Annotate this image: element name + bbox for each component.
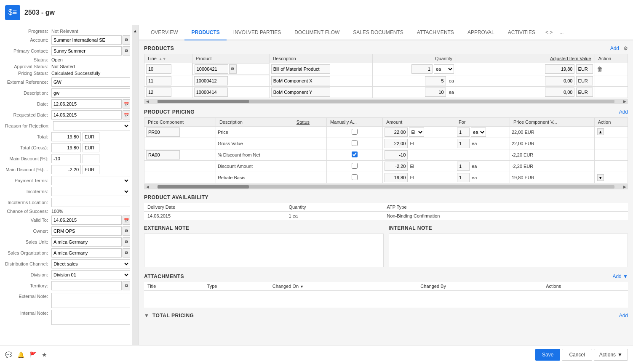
- date-calendar-button[interactable]: 📅: [123, 99, 130, 109]
- main-discount-extra-input[interactable]: [83, 154, 99, 163]
- main-discount-amount-input[interactable]: -2,20: [51, 165, 81, 174]
- pricing-manually-checkbox-0[interactable]: [352, 129, 358, 135]
- tab-overview[interactable]: OVERVIEW: [144, 25, 184, 40]
- pricing-down-button[interactable]: ▼: [597, 174, 604, 181]
- primary-contact-copy-button[interactable]: ⧉: [123, 46, 130, 56]
- sales-unit-input[interactable]: Almica Germany: [51, 237, 122, 247]
- pricing-amount-input-1[interactable]: [385, 139, 408, 148]
- pricing-manually-checkbox-3[interactable]: [352, 163, 358, 169]
- product-id-input-1[interactable]: [194, 76, 228, 85]
- product-desc-input-0[interactable]: [271, 64, 330, 74]
- valid-to-calendar-button[interactable]: 📅: [123, 215, 130, 225]
- date-input[interactable]: 12.06.2015: [51, 99, 122, 109]
- scroll-left-arrow[interactable]: ◀: [144, 99, 151, 104]
- chat-icon[interactable]: 💬: [5, 351, 12, 358]
- total-pricing-add-button[interactable]: Add: [619, 313, 628, 319]
- scroll-track[interactable]: [158, 100, 614, 103]
- pricing-for-qty-input-1[interactable]: [457, 139, 470, 148]
- valid-to-input[interactable]: 14.06.2015: [51, 215, 122, 225]
- tab-products[interactable]: PRODUCTS: [184, 25, 226, 40]
- product-id-input-0[interactable]: [195, 64, 228, 74]
- pricing-scroll-right[interactable]: ▶: [621, 185, 628, 189]
- incoterms-location-input[interactable]: [51, 198, 130, 207]
- pricing-component-input-0[interactable]: [146, 128, 180, 137]
- pricing-manually-checkbox-2[interactable]: [352, 151, 358, 157]
- pricing-manually-checkbox-1[interactable]: [352, 140, 358, 146]
- tab-sales-documents[interactable]: SALES DOCUMENTS: [346, 25, 410, 40]
- sales-org-copy-button[interactable]: ⧉: [123, 248, 130, 258]
- pricing-scroll-left[interactable]: ◀: [144, 185, 151, 189]
- product-currency-input-2[interactable]: [576, 88, 593, 97]
- main-discount-amount-currency-input[interactable]: EUR: [83, 165, 99, 174]
- requested-date-calendar-button[interactable]: 📅: [123, 110, 130, 120]
- product-qty-input-2[interactable]: [425, 88, 446, 97]
- sales-unit-copy-button[interactable]: ⧉: [123, 237, 130, 247]
- product-unit-select-0[interactable]: ea: [434, 64, 454, 74]
- pricing-for-qty-input-4[interactable]: [457, 173, 470, 182]
- pricing-amount-input-3[interactable]: [385, 162, 408, 171]
- account-copy-button[interactable]: ⧉: [123, 35, 130, 45]
- product-delete-button-0[interactable]: 🗑: [597, 66, 603, 72]
- internal-note-textarea[interactable]: [51, 310, 130, 325]
- product-pricing-add-button[interactable]: Add: [619, 109, 628, 115]
- territory-input[interactable]: [51, 281, 122, 290]
- total-gross-input[interactable]: 19,80: [51, 143, 81, 152]
- dist-channel-select[interactable]: Direct sales: [51, 259, 130, 268]
- products-horizontal-scrollbar[interactable]: ◀ ▶: [144, 99, 628, 104]
- pricing-for-qty-input-0[interactable]: [457, 128, 470, 137]
- product-line-input-2[interactable]: [146, 88, 171, 97]
- product-value-input-0[interactable]: [545, 64, 574, 74]
- flag-icon[interactable]: 🚩: [29, 351, 37, 358]
- sidebar-collapse-button[interactable]: ▲: [132, 25, 139, 345]
- product-value-input-2[interactable]: [545, 88, 574, 97]
- star-icon[interactable]: ★: [42, 351, 47, 358]
- tab-more-button[interactable]: < >: [542, 25, 556, 40]
- external-ref-input[interactable]: GW: [51, 77, 130, 87]
- division-select[interactable]: Division 01: [51, 270, 130, 279]
- products-add-button[interactable]: Add: [610, 45, 619, 51]
- sales-org-input[interactable]: Almica Germany: [51, 248, 122, 258]
- product-qty-input-1[interactable]: [425, 76, 446, 85]
- reason-rejection-select[interactable]: [53, 121, 130, 130]
- pricing-scroll-track[interactable]: [158, 185, 614, 189]
- main-discount-input[interactable]: -10: [51, 154, 81, 163]
- description-input[interactable]: gw: [51, 88, 130, 98]
- tab-document-flow[interactable]: DOCUMENT FLOW: [288, 25, 346, 40]
- cancel-button[interactable]: Cancel: [562, 349, 592, 361]
- product-desc-input-1[interactable]: [271, 76, 330, 85]
- tab-involved-parties[interactable]: INVOLVED PARTIES: [227, 25, 288, 40]
- scroll-right-arrow[interactable]: ▶: [621, 99, 628, 104]
- product-currency-input-1[interactable]: [576, 76, 593, 85]
- payment-terms-select[interactable]: [51, 176, 130, 185]
- pricing-manually-checkbox-4[interactable]: [352, 174, 358, 180]
- product-line-input-1[interactable]: [146, 76, 171, 85]
- incoterms-select[interactable]: [51, 187, 130, 196]
- product-currency-input-0[interactable]: [576, 64, 593, 74]
- pricing-up-button[interactable]: ▲: [597, 128, 604, 135]
- account-input[interactable]: Summer International SE: [51, 35, 122, 45]
- requested-date-input[interactable]: 14.06.2015: [51, 110, 122, 120]
- total-currency-input[interactable]: EUR: [83, 132, 99, 141]
- products-settings-icon[interactable]: ⚙: [623, 45, 628, 51]
- product-qty-input-0[interactable]: [411, 64, 433, 74]
- tab-ellipsis-button[interactable]: ...: [556, 25, 567, 40]
- save-button[interactable]: Save: [535, 349, 560, 361]
- total-input[interactable]: 19,80: [51, 132, 81, 141]
- total-gross-currency-input[interactable]: EUR: [83, 143, 99, 152]
- actions-button[interactable]: Actions ▼: [594, 349, 628, 361]
- product-desc-input-2[interactable]: [271, 88, 330, 97]
- external-note-textarea[interactable]: [51, 293, 130, 308]
- internal-note-content[interactable]: [389, 234, 628, 267]
- pricing-for-unit-select-0[interactable]: ea: [471, 128, 486, 137]
- product-value-input-1[interactable]: [545, 76, 574, 85]
- primary-contact-input[interactable]: Sunny Summer: [51, 46, 122, 56]
- tab-attachments[interactable]: ATTACHMENTS: [410, 25, 461, 40]
- attachments-add-button[interactable]: Add ▼: [612, 274, 628, 279]
- territory-copy-button[interactable]: ⧉: [123, 281, 130, 290]
- tab-activities[interactable]: ACTIVITIES: [501, 25, 542, 40]
- pricing-amount-input-2[interactable]: [385, 150, 408, 159]
- pricing-scroll-thumb[interactable]: [158, 185, 249, 189]
- external-note-content[interactable]: [144, 234, 384, 267]
- notification-icon[interactable]: 🔔: [17, 351, 24, 358]
- tab-approval[interactable]: APPROVAL: [461, 25, 501, 40]
